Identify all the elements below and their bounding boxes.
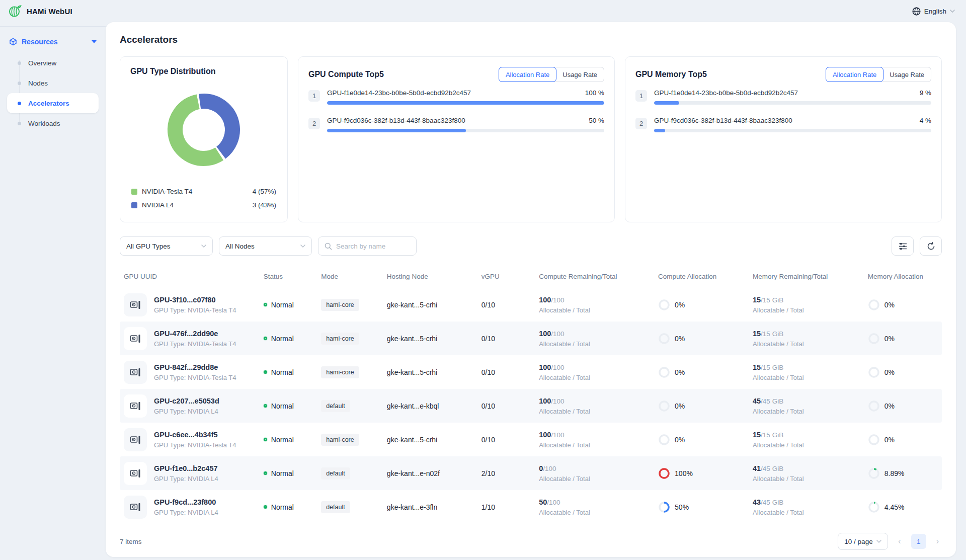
compute-allocation-ring <box>658 501 670 513</box>
gpu-uuid: GPU-476f...2dd90e <box>154 330 236 338</box>
usage-rate-button[interactable]: Usage Rate <box>880 67 931 82</box>
status-dot-icon <box>264 337 267 340</box>
mode-tag: default <box>321 467 350 479</box>
allocation-rate-button[interactable]: Allocation Rate <box>826 67 883 82</box>
language-switcher[interactable]: English <box>912 7 955 16</box>
col-vgpu: vGPU <box>477 273 535 280</box>
table-row[interactable]: GPU-f1e0...b2c457 GPU Type: NVIDIA L4 No… <box>120 456 942 490</box>
memory-allocation-ring <box>868 467 880 479</box>
progress-track <box>654 129 931 132</box>
gpu-icon <box>124 462 147 485</box>
legend-value: 3 (43%) <box>253 201 276 209</box>
sidebar-item-accelerators[interactable]: Accelerators <box>7 93 99 113</box>
hosting-node: gke-kant...e-kbql <box>383 402 477 410</box>
legend-item[interactable]: NVIDIA L4 3 (43%) <box>130 198 277 212</box>
next-page-icon[interactable]: › <box>933 537 942 546</box>
memory-total: /45 GiB <box>761 499 783 506</box>
memory-allocation-ring <box>868 400 880 412</box>
table-row[interactable]: GPU-476f...2dd90e GPU Type: NVIDIA-Tesla… <box>120 322 942 355</box>
hosting-node: gke-kant...5-crhi <box>383 436 477 444</box>
col-mode: Mode <box>317 273 383 280</box>
allocation-rate-button[interactable]: Allocation Rate <box>499 67 556 82</box>
page-size-select[interactable]: 10 / page <box>838 533 888 550</box>
search-input[interactable] <box>336 243 410 250</box>
memory-allocation-label: 0% <box>884 436 895 444</box>
progress-fill <box>654 129 665 132</box>
status-text: Normal <box>271 402 294 410</box>
gpu-name: GPU-f9cd036c-382f-b13d-443f-8baac323f800 <box>654 117 792 124</box>
gpu-icon <box>124 361 147 384</box>
table-header: GPU UUID Status Mode Hosting Node vGPU C… <box>120 265 942 288</box>
main-panel: Accelerators GPU Type Distribution NVIDI… <box>106 22 956 557</box>
memory-allocation-label: 0% <box>884 335 895 343</box>
gpu-type-select-value: All GPU Types <box>126 243 201 250</box>
sidebar-item-overview[interactable]: Overview <box>0 53 99 73</box>
table-row[interactable]: GPU-c6ee...4b34f5 GPU Type: NVIDIA-Tesla… <box>120 423 942 456</box>
compute-allocation-label: 50% <box>675 503 689 511</box>
mode-tag: hami-core <box>321 366 359 378</box>
vgpu-value: 0/10 <box>477 335 535 343</box>
compute-allocation-label: 0% <box>675 335 685 343</box>
sidebar-item-nodes[interactable]: Nodes <box>0 73 99 93</box>
table-row[interactable]: GPU-f9cd...23f800 GPU Type: NVIDIA L4 No… <box>120 490 942 524</box>
table-row[interactable]: GPU-3f10...c07f80 GPU Type: NVIDIA-Tesla… <box>120 288 942 322</box>
sidebar-item-label: Workloads <box>28 120 60 127</box>
search-icon <box>325 243 332 250</box>
memory-total: /45 GiB <box>761 397 783 405</box>
table-row[interactable]: GPU-842f...29dd8e GPU Type: NVIDIA-Tesla… <box>120 355 942 389</box>
memory-sub-caption: Allocatable / Total <box>753 441 860 449</box>
node-select-value: All Nodes <box>225 243 300 250</box>
compute-remaining: 100 <box>539 363 551 371</box>
progress-track <box>327 101 604 105</box>
compute-top5-list: 1 GPU-f1e0de14-23bc-b0be-5b0d-ecbd92b2c4… <box>308 89 604 132</box>
legend-swatch <box>131 202 137 208</box>
refresh-button[interactable] <box>920 236 942 256</box>
legend-item[interactable]: NVIDIA-Tesla T4 4 (57%) <box>130 185 277 198</box>
rank-badge: 1 <box>308 90 320 102</box>
rank-badge: 1 <box>635 90 647 102</box>
col-compute-remaining: Compute Remaining/Total <box>535 273 654 280</box>
gpu-icon <box>124 327 147 350</box>
gpu-uuid: GPU-f9cd...23f800 <box>154 498 218 506</box>
pie-card-title: GPU Type Distribution <box>130 67 277 76</box>
col-hosting-node: Hosting Node <box>383 273 477 280</box>
status-dot-icon <box>264 438 267 441</box>
gpu-type: GPU Type: NVIDIA-Tesla T4 <box>154 306 236 314</box>
vgpu-value: 0/10 <box>477 436 535 444</box>
gpu-compute-top5-card: GPU Compute Top5 Allocation Rate Usage R… <box>298 56 615 222</box>
tree-dot <box>18 61 21 65</box>
status-text: Normal <box>271 436 294 444</box>
gpu-uuid: GPU-c6ee...4b34f5 <box>154 431 236 439</box>
compute-total: /100 <box>551 364 564 371</box>
memory-remaining: 15 <box>753 296 761 304</box>
gpu-type-select[interactable]: All GPU Types <box>120 236 213 256</box>
hosting-node: gke-kant...5-crhi <box>383 368 477 376</box>
sidebar-section-resources[interactable]: Resources <box>0 34 106 50</box>
compute-sub-caption: Allocatable / Total <box>539 340 650 348</box>
sidebar-item-workloads[interactable]: Workloads <box>0 113 99 133</box>
column-settings-icon <box>899 243 907 250</box>
compute-remaining: 100 <box>539 397 551 405</box>
col-memory-remaining: Memory Remaining/Total <box>749 273 864 280</box>
legend-label: NVIDIA L4 <box>142 201 248 209</box>
table-row[interactable]: GPU-c207...e5053d GPU Type: NVIDIA L4 No… <box>120 389 942 423</box>
memory-allocation-label: 0% <box>884 301 895 309</box>
search-box <box>318 236 417 256</box>
column-settings-button[interactable] <box>892 236 914 256</box>
status-text: Normal <box>271 503 294 511</box>
usage-rate-button[interactable]: Usage Rate <box>553 67 604 82</box>
prev-page-icon[interactable]: ‹ <box>895 537 904 546</box>
memory-remaining: 43 <box>753 498 761 506</box>
mode-tag: hami-core <box>321 333 359 345</box>
memory-remaining: 15 <box>753 330 761 338</box>
node-select[interactable]: All Nodes <box>219 236 312 256</box>
memory-allocation-label: 0% <box>884 368 895 376</box>
sidebar: Resources Overview Nodes Accelerators Wo… <box>0 22 106 560</box>
memory-allocation-ring <box>868 501 880 513</box>
app-logo-icon <box>8 5 22 18</box>
page-number-button[interactable]: 1 <box>911 534 926 549</box>
gpu-uuid: GPU-c207...e5053d <box>154 397 219 405</box>
col-status: Status <box>260 273 317 280</box>
col-compute-allocation: Compute Allocation <box>654 273 749 280</box>
chevron-down-icon <box>201 244 206 249</box>
